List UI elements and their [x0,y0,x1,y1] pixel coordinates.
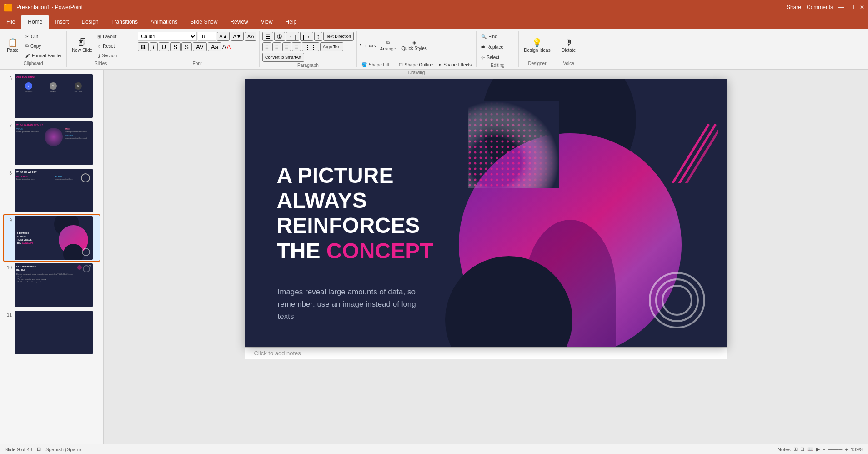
notes-area[interactable]: Click to add notes [245,347,727,359]
shape-rect[interactable]: ▭ [368,43,373,49]
align-left-button[interactable]: ≡ [262,42,271,51]
font-size-increase-button[interactable]: A▲ [217,32,230,41]
copy-button[interactable]: ⧉ Copy [24,41,64,50]
shape-arrow[interactable]: → [362,43,368,49]
slide-sorter-button[interactable]: ⊟ [800,446,804,452]
minimize-button[interactable]: — [838,4,844,10]
arrange-button[interactable]: ⧉ Arrange [378,32,399,59]
comments-button[interactable]: Comments [807,4,833,10]
font-name-select[interactable]: Calibri [138,32,197,41]
quick-styles-button[interactable]: ◈ Quick Styles [399,32,429,59]
slide-img-9: A PICTUREALWAYSREINFORCESTHE CONCEPT [15,216,93,260]
tab-view[interactable]: View [255,15,279,29]
title-right: Share Comments — ☐ ✕ [787,4,864,10]
align-right-button[interactable]: ≡ [282,42,291,51]
section-button[interactable]: § Section [95,51,132,60]
zoom-in-button[interactable]: + [845,447,848,452]
format-painter-button[interactable]: 🖌 Format Painter [24,51,64,60]
highlight-icon: A [222,44,226,50]
notes-button[interactable]: Notes [778,447,791,452]
zoom-slider[interactable]: ──── [828,447,842,452]
char-spacing-button[interactable]: AV [193,42,207,51]
change-case-button[interactable]: Aa [208,42,221,51]
share-button[interactable]: Share [787,4,801,10]
normal-view-button[interactable]: ⊞ [793,446,798,452]
font-size-input[interactable] [198,32,216,41]
title-left: 🟧 Presentation1 - PowerPoint [4,3,83,12]
text-direction-button[interactable]: Text Direction [323,32,354,41]
select-icon: ⊹ [481,55,485,60]
clear-formatting-button[interactable]: ✕A [245,32,256,41]
filename: Presentation1 - PowerPoint [16,4,83,10]
slide-thumb-6[interactable]: 6 OUR EVOLUTION J JUPITER V VENUS [4,73,100,119]
tab-slideshow[interactable]: Slide Show [184,15,224,29]
slide-thumb-8[interactable]: 8 WHAT DO WE DO? MERCURY Lorem ipsum tex… [4,168,100,213]
select-button[interactable]: ⊹ Select [479,53,516,62]
bold-button[interactable]: B [138,42,149,51]
dictate-button[interactable]: 🎙 Dictate [559,32,579,59]
justify-button[interactable]: ≡ [292,42,301,51]
close-button[interactable]: ✕ [860,4,864,10]
italic-button[interactable]: I [150,42,158,51]
designer-group: 💡 Design Ideas Designer [519,31,556,67]
layout-button[interactable]: ⊞ Layout [95,32,132,41]
zoom-out-button[interactable]: − [823,447,825,452]
numbering-button[interactable]: ① [274,32,285,41]
align-center-button[interactable]: ≡ [272,42,281,51]
cols-button[interactable]: ⋮⋮ [302,42,319,51]
indent-increase-button[interactable]: |→ [300,32,313,41]
tab-help[interactable]: Help [279,15,303,29]
tab-transitions[interactable]: Transitions [105,15,144,29]
shape-more[interactable]: ▿ [374,43,377,49]
slide-thumb-10[interactable]: 10 GET TO KNOW USBETTER Do you know what… [4,262,100,308]
shape-effects-button[interactable]: ✦ Shape Effects [436,60,473,69]
zoom-level[interactable]: 139% [851,447,863,452]
shape-line[interactable]: \ [360,43,362,49]
slide-canvas[interactable]: A PICTURE ALWAYS REINFORCES THE CONCEPT … [245,79,727,347]
slide-img-8: WHAT DO WE DO? MERCURY Lorem ipsum text … [15,169,93,212]
drawing-group-content: \ → ▭ ▿ ⧉ Arrange ◈ Quick Styles [360,32,473,69]
title-line1: A PICTURE [277,163,433,188]
tab-design[interactable]: Design [75,15,105,29]
tab-animations[interactable]: Animations [144,15,184,29]
maximize-button[interactable]: ☐ [849,4,854,10]
shape-fill-button[interactable]: 🪣 Shape Fill [360,60,396,69]
replace-button[interactable]: ⇄ Replace [479,42,516,51]
slideshow-button[interactable]: ▶ [816,446,820,452]
shadow-button[interactable]: S [181,42,192,51]
slide-num-7: 7 [5,123,12,128]
reading-view-button[interactable]: 📖 [807,446,813,452]
shape-outline-button[interactable]: ☐ Shape Outline [397,60,435,69]
reset-button[interactable]: ↺ Reset [95,41,132,50]
tab-file[interactable]: File [0,15,21,29]
strikethrough-button[interactable]: S [170,42,181,51]
canvas-area[interactable]: A PICTURE ALWAYS REINFORCES THE CONCEPT … [104,70,868,444]
font-group: Calibri A▲ A▼ ✕A B I U S S AV Aa A [135,31,260,67]
align-text-button[interactable]: Align Text [320,42,343,51]
slide-body: Images reveal large amounts of data, so … [278,286,423,323]
cut-button[interactable]: ✂ Cut [24,32,64,41]
font-color-button[interactable]: A [227,44,231,50]
design-ideas-button[interactable]: 💡 Design Ideas [522,32,552,59]
paste-button[interactable]: 📋 Paste [3,32,23,59]
underline-button[interactable]: U [159,42,170,51]
new-slide-button[interactable]: 🗐 New Slide [70,32,95,59]
line-spacing-button[interactable]: ↕ [314,32,323,41]
circle-rings [645,268,709,333]
slide-thumb-9[interactable]: 9 A PICTUREALWAYSREINFORCESTHE CONCEPT [4,215,100,261]
tab-insert[interactable]: Insert [49,15,75,29]
indent-decrease-button[interactable]: ←| [286,32,299,41]
tab-review[interactable]: Review [224,15,254,29]
find-button[interactable]: 🔍 Find [479,32,516,41]
shape-effects-icon: ✦ [438,62,442,67]
highlight-color-button[interactable]: A [222,44,226,50]
font-group-content: Calibri A▲ A▼ ✕A B I U S S AV Aa A [138,32,256,60]
slide-thumb-11[interactable]: 11 [4,310,100,355]
editing-group: 🔍 Find ⇄ Replace ⊹ Select Editing [477,31,519,67]
para-row-3: Convert to SmartArt [262,53,304,62]
bullets-button[interactable]: ☰ [262,32,273,41]
slide-thumb-7[interactable]: 7 WHAT SETS US APART? VENUS Lorem ipsum … [4,121,100,166]
tab-home[interactable]: Home [21,15,49,29]
font-size-decrease-button[interactable]: A▼ [231,32,243,41]
smartart-button[interactable]: Convert to SmartArt [262,53,304,62]
